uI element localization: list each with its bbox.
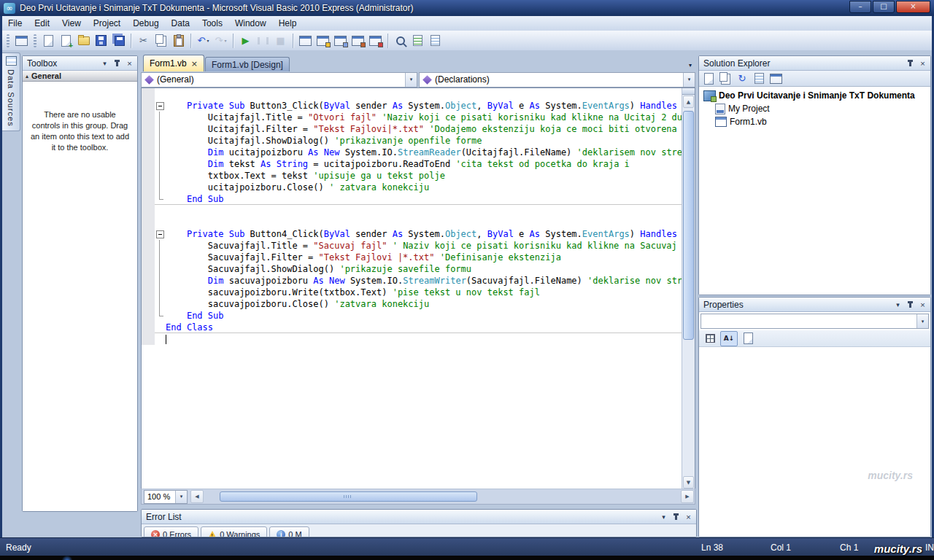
se-refresh-button[interactable]: ↻ [735,72,749,85]
indicator-margin[interactable] [142,147,155,158]
indicator-margin[interactable] [142,88,155,100]
error-list-close-icon[interactable]: × [683,512,694,522]
vertical-scrollbar[interactable]: ▲ ▼ [682,88,695,489]
paste-button[interactable] [170,33,187,49]
error-list-header[interactable]: Error List ▾ × [142,510,696,524]
indicator-margin[interactable] [142,322,155,333]
properties-close-icon[interactable]: × [917,300,928,310]
vertical-scroll-thumb[interactable] [683,111,694,340]
toolbox-pin-icon[interactable] [112,58,123,69]
indicator-margin[interactable] [142,205,155,217]
se-properties-button[interactable] [701,72,716,85]
editor-splitter-handle[interactable] [682,88,695,95]
code-line[interactable]: End Sub [142,310,682,322]
data-sources-window-button[interactable] [13,33,30,49]
document-list-dropdown-icon[interactable]: ▾ [689,62,692,69]
indicator-margin[interactable] [142,135,155,147]
vertical-scroll-track[interactable] [683,109,694,475]
indicator-margin[interactable] [142,170,155,182]
menu-project[interactable]: Project [88,16,126,31]
find-button[interactable] [392,33,409,49]
code-line[interactable]: sacuvajpoizboru.Close() 'zatvara konekci… [142,298,682,310]
toolbar-grip[interactable] [34,34,36,47]
declarations-dropdown[interactable]: (Declarations) ▾ [419,72,695,88]
scope-dropdown[interactable]: (General) ▾ [141,72,417,88]
code-line[interactable]: Dim ucitajpoizboru As New System.IO.Stre… [142,147,682,158]
new-project-button[interactable] [40,33,57,49]
error-list-window-menu-icon[interactable]: ▾ [658,512,669,522]
menu-help[interactable]: Help [273,16,303,31]
menu-window[interactable]: Window [229,16,272,31]
toolbar-grip[interactable] [7,34,9,47]
save-button[interactable] [93,33,109,49]
indicator-margin[interactable] [142,100,155,112]
code-line[interactable]: sacuvajpoizboru.Write(txtbox.Text) 'pise… [142,287,682,298]
code-line[interactable]: Private Sub Button4_Click(ByVal sender A… [142,228,682,240]
fold-collapse-icon[interactable] [155,228,166,240]
solution-explorer-pin-icon[interactable] [905,58,916,69]
tree-item-my-project[interactable]: My Project [699,102,930,115]
se-view-code-button[interactable] [752,72,766,85]
zoom-dropdown-arrow-icon[interactable]: ▾ [175,491,187,503]
code-line[interactable]: Dim tekst As String = ucitajpoizboru.Rea… [142,158,682,170]
code-line[interactable] [142,217,682,228]
properties-pin-icon[interactable] [905,300,916,310]
maximize-button[interactable]: □ [873,1,895,13]
toolbox-window-menu-icon[interactable]: ▾ [99,58,110,69]
solution-explorer-header[interactable]: Solution Explorer × [699,56,930,71]
indicator-margin[interactable] [142,112,155,123]
indicator-margin[interactable] [142,217,155,228]
code-line[interactable]: End Sub [142,193,682,205]
menu-debug[interactable]: Debug [127,16,164,31]
minimize-button[interactable]: – [849,1,871,13]
code-line[interactable]: ucitajpoizboru.Close() ' zatvara konekci… [142,182,682,193]
code-line[interactable]: Ucitajfajl.Title = "Otvori fajl" 'Naziv … [142,112,682,123]
error-list-button[interactable] [367,33,384,49]
titlebar[interactable]: ∞ Deo Prvi Ucitavanje i Snimanje TxT Dok… [0,0,934,16]
menu-edit[interactable]: Edit [28,16,55,31]
indicator-margin[interactable] [142,310,155,322]
tab-data-sources[interactable]: Data Sources [2,52,20,131]
toolbox-header[interactable]: Toolbox ▾ × [23,56,137,71]
scroll-left-icon[interactable]: ◀ [190,490,204,503]
indicator-margin[interactable] [142,123,155,135]
scroll-up-icon[interactable]: ▲ [683,96,694,108]
code-line[interactable]: Sacuvajfajl.ShowDialog() 'prikazuje save… [142,263,682,275]
se-view-designer-button[interactable] [768,72,783,85]
error-list-tab-warning[interactable]: 0 Warnings [201,526,267,537]
start-debugging-button[interactable]: ▶ [237,33,254,49]
indicator-margin[interactable] [142,263,155,275]
toolbox-button[interactable] [350,33,366,49]
properties-dropdown-arrow-icon[interactable]: ▾ [916,314,928,328]
cut-button[interactable]: ✂ [135,33,152,49]
zoom-selector[interactable]: 100 % ▾ [144,490,188,504]
code-line[interactable]: Sacuvajfajl.Title = "Sacuvaj fajl" ' Naz… [142,240,682,252]
tab-form1-vb[interactable]: Form1.vb × [143,55,204,71]
properties-object-dropdown[interactable]: ▾ [700,314,929,329]
tab-close-icon[interactable]: × [191,59,198,69]
tree-item-deo-prvi-ucitavanje-i-snimanje-txt-dokumenta[interactable]: Deo Prvi Ucitavanje i Snimanje TxT Dokum… [699,89,930,102]
categorized-button[interactable] [701,331,719,346]
code-line[interactable]: Private Sub Button3_Click(ByVal sender A… [142,100,682,112]
tree-item-form1-vb[interactable]: Form1.vb [699,115,930,128]
declarations-dropdown-arrow-icon[interactable]: ▾ [683,73,695,87]
tab-form1-vb-design[interactable]: Form1.vb [Design] [205,57,290,71]
indicator-margin[interactable] [142,287,155,298]
scroll-right-icon[interactable]: ▶ [681,490,694,503]
open-file-button[interactable] [75,33,92,49]
menu-view[interactable]: View [56,16,87,31]
code-line[interactable]: Sacuvajfajl.Filter = "Tekst Fajlovi |*.t… [142,252,682,263]
object-browser-button[interactable] [332,33,349,49]
indicator-margin[interactable] [142,228,155,240]
horizontal-scroll-track[interactable] [205,491,679,502]
code-line[interactable]: txtbox.Text = tekst 'upisuje ga u tekst … [142,170,682,182]
se-show-all-files-button[interactable] [718,72,733,85]
menu-data[interactable]: Data [166,16,196,31]
indicator-margin[interactable] [142,333,155,345]
code-line[interactable]: Ucitajfajl.Filter = "Tekst Fajlovi|*.txt… [142,123,682,135]
code-line[interactable] [142,88,682,100]
menu-file[interactable]: File [2,16,28,31]
horizontal-scroll-thumb[interactable] [220,491,477,502]
copy-button[interactable] [153,33,169,49]
code-editor[interactable]: Private Sub Button3_Click(ByVal sender A… [141,88,695,490]
